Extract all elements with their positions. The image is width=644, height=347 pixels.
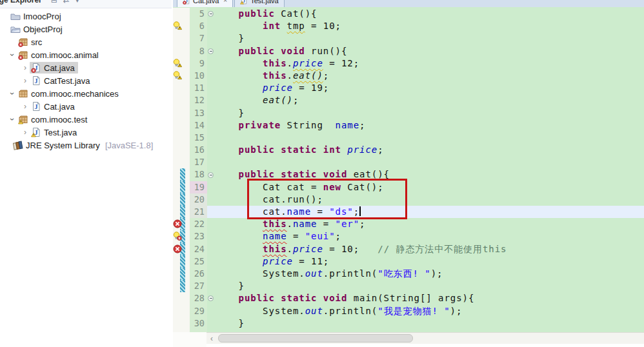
- annotation-gutter[interactable]: [173, 280, 190, 292]
- tree-item-content[interactable]: com.imooc.mechanices: [17, 88, 122, 99]
- code-line-21[interactable]: 21 cat.name = "ds";: [173, 206, 644, 218]
- code-line-12[interactable]: 12 eat();: [173, 94, 644, 106]
- annotation-gutter[interactable]: [173, 57, 190, 70]
- code-text[interactable]: public static void main(String[] args){: [214, 292, 644, 304]
- fold-minus-icon[interactable]: [208, 48, 214, 54]
- tree-item-content[interactable]: JRE System Library[JavaSE-1.8]: [12, 139, 156, 151]
- annotation-gutter[interactable]: [173, 82, 190, 94]
- code-line-6[interactable]: 6 int tmp = 10;: [173, 20, 644, 32]
- code-line-20[interactable]: 20 cat.run();: [173, 193, 644, 206]
- code-line-28[interactable]: 28 public static void main(String[] args…: [173, 292, 644, 304]
- annotation-gutter[interactable]: [173, 94, 190, 106]
- tree-item-content[interactable]: ObjectProj: [9, 23, 66, 35]
- code-text[interactable]: public static int price;: [214, 144, 644, 156]
- fold-minus-icon[interactable]: [208, 11, 214, 17]
- annotation-gutter[interactable]: [173, 70, 190, 82]
- tree-item-content[interactable]: JTest.java: [30, 126, 80, 138]
- annotation-gutter[interactable]: [173, 292, 190, 304]
- editor-tab-cat-java[interactable]: JCat.java×: [177, 0, 233, 7]
- code-text[interactable]: [214, 132, 644, 144]
- code-text[interactable]: }: [214, 280, 644, 292]
- bulb-warning-icon[interactable]: [173, 59, 182, 68]
- code-text[interactable]: name = "eui";: [214, 230, 644, 243]
- annotation-gutter[interactable]: [173, 144, 190, 156]
- code-text[interactable]: }: [214, 107, 644, 119]
- fold-minus-icon[interactable]: [208, 295, 214, 301]
- tree-item-objectproj[interactable]: ObjectProj: [0, 23, 172, 35]
- code-text[interactable]: price = 19;: [214, 82, 644, 94]
- code-text[interactable]: this.price = 10; // 静态方法中不能使用this: [214, 243, 644, 255]
- scrollbar-thumb[interactable]: [218, 334, 413, 342]
- horizontal-scrollbar[interactable]: ‹: [206, 332, 644, 344]
- bulb-warning-icon[interactable]: [173, 21, 182, 30]
- chevron-right-icon[interactable]: ›: [21, 128, 30, 137]
- code-line-9[interactable]: 9 this.price = 12;: [173, 57, 644, 70]
- annotation-gutter[interactable]: [173, 193, 190, 206]
- tree-item-com-imooc-mechanices[interactable]: ›com.imooc.mechanices: [0, 87, 172, 100]
- tree-item-test-java[interactable]: ›JTest.java: [0, 126, 172, 139]
- link-editor-icon[interactable]: ⇄: [63, 0, 70, 5]
- annotation-gutter[interactable]: [173, 268, 190, 280]
- editor-tab-test-java[interactable]: JTest.java: [234, 0, 284, 7]
- tree-item-content[interactable]: ImoocProj: [9, 10, 65, 22]
- code-line-5[interactable]: 5 public Cat(){: [173, 8, 644, 20]
- code-line-19[interactable]: 19 Cat cat = new Cat();: [173, 181, 644, 193]
- annotation-gutter[interactable]: [173, 206, 190, 218]
- code-line-15[interactable]: 15: [173, 132, 644, 144]
- code-text[interactable]: this.price = 12;: [214, 57, 644, 70]
- scroll-left-arrow-icon[interactable]: ‹: [206, 333, 217, 344]
- tree-selection[interactable]: JCat.java: [30, 62, 78, 74]
- code-text[interactable]: public void run(){: [214, 45, 644, 57]
- chevron-right-icon[interactable]: ›: [21, 76, 30, 85]
- annotation-gutter[interactable]: [173, 255, 190, 268]
- code-text[interactable]: private String name;: [214, 119, 644, 132]
- chevron-down-icon[interactable]: ›: [8, 50, 17, 59]
- annotation-gutter[interactable]: [173, 181, 190, 193]
- code-line-8[interactable]: 8 public void run(){: [173, 45, 644, 57]
- code-line-23[interactable]: 23 name = "eui";: [173, 230, 644, 243]
- code-line-10[interactable]: 10 this.eat();: [173, 70, 644, 82]
- tree-item-content[interactable]: JCat.java: [30, 101, 78, 112]
- tree-item-imoocproj[interactable]: ImoocProj: [0, 10, 172, 23]
- annotation-gutter[interactable]: [173, 45, 190, 57]
- code-text[interactable]: }: [214, 317, 644, 330]
- editor-text-area[interactable]: 5 public Cat(){6 int tmp = 10;7 }8 publi…: [173, 7, 644, 332]
- code-text[interactable]: int tmp = 10;: [214, 20, 644, 32]
- collapse-all-icon[interactable]: ⊟: [51, 0, 57, 5]
- code-text[interactable]: [214, 156, 644, 168]
- tree-item-content[interactable]: JCatTest.java: [30, 75, 94, 86]
- annotation-gutter[interactable]: [173, 8, 190, 20]
- code-line-16[interactable]: 16 public static int price;: [173, 144, 644, 156]
- code-text[interactable]: eat();: [214, 94, 644, 106]
- tree-item-content[interactable]: src: [17, 36, 45, 48]
- annotation-gutter[interactable]: [173, 230, 190, 243]
- fold-margin[interactable]: [207, 168, 214, 181]
- code-line-14[interactable]: 14 private String name;: [173, 119, 644, 132]
- tree-item-jre-system-library[interactable]: JRE System Library[JavaSE-1.8]: [0, 139, 172, 152]
- annotation-gutter[interactable]: [173, 243, 190, 255]
- code-text[interactable]: System.out.println("吃东西! ");: [214, 268, 644, 280]
- annotation-gutter[interactable]: [173, 119, 190, 132]
- code-text[interactable]: price = 11;: [214, 255, 644, 268]
- annotation-gutter[interactable]: [173, 317, 190, 330]
- code-line-25[interactable]: 25 price = 11;: [173, 255, 644, 268]
- fold-margin[interactable]: [207, 292, 214, 304]
- code-line-7[interactable]: 7 }: [173, 32, 644, 45]
- tree-item-com-imooc-test[interactable]: ›com.imooc.test: [0, 113, 172, 126]
- error-icon[interactable]: [173, 219, 182, 228]
- code-line-22[interactable]: 22 this.name = "er";: [173, 218, 644, 230]
- view-menu-icon[interactable]: ▾: [75, 0, 79, 5]
- tree-item-com-imooc-animal[interactable]: ›com.imooc.animal: [0, 48, 172, 61]
- code-line-13[interactable]: 13 }: [173, 107, 644, 119]
- code-line-30[interactable]: 30 }: [173, 317, 644, 330]
- fold-margin[interactable]: [207, 8, 214, 20]
- annotation-gutter[interactable]: [173, 20, 190, 32]
- code-line-11[interactable]: 11 price = 19;: [173, 82, 644, 94]
- code-text[interactable]: System.out.println("我是宠物猫! ");: [214, 305, 644, 317]
- code-line-24[interactable]: 24 this.price = 10; // 静态方法中不能使用this: [173, 243, 644, 255]
- annotation-gutter[interactable]: [173, 132, 190, 144]
- fold-margin[interactable]: [207, 45, 214, 57]
- annotation-gutter[interactable]: [173, 107, 190, 119]
- code-line-17[interactable]: 17: [173, 156, 644, 168]
- tab-close-icon[interactable]: ×: [223, 0, 227, 4]
